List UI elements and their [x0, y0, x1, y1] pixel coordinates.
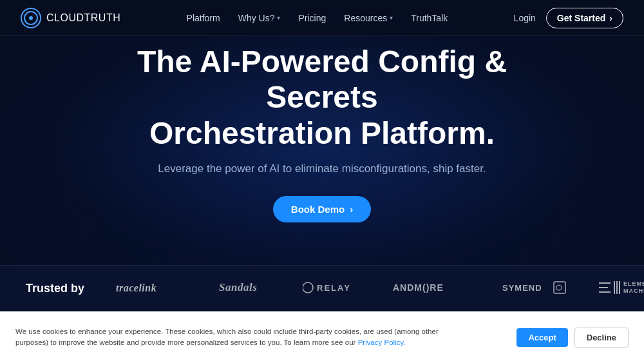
symend-logo: SYMEND ⬡	[502, 280, 573, 297]
cookie-banner: We use cookies to enhance your experienc…	[0, 311, 644, 363]
svg-text:RELAY: RELAY	[317, 283, 351, 293]
andmore-logo: ANDM()RE	[393, 280, 477, 297]
hero-subtitle: Leverage the power of AI to eliminate mi…	[158, 162, 486, 175]
svg-text:SYMEND: SYMEND	[502, 283, 542, 293]
arrow-right-icon: ›	[609, 13, 612, 23]
login-button[interactable]: Login	[514, 13, 536, 23]
nav-pricing[interactable]: Pricing	[298, 13, 326, 23]
logo-icon	[21, 8, 41, 28]
trusted-by-label: Trusted by	[26, 282, 116, 295]
nav-actions: Login Get Started ›	[514, 8, 623, 28]
chevron-down-icon: ▾	[277, 14, 280, 21]
logo-text: CLOUDTRUTH	[46, 12, 120, 24]
book-demo-button[interactable]: Book Demo ›	[273, 196, 371, 222]
svg-text:⬡: ⬡	[556, 284, 563, 291]
logo[interactable]: CLOUDTRUTH	[21, 8, 120, 28]
accept-cookies-button[interactable]: Accept	[516, 328, 567, 347]
relay-logo: RELAY	[303, 280, 367, 297]
nav-resources[interactable]: Resources ▾	[344, 13, 393, 23]
trusted-by-band: Trusted by tracelink Sandals RELAY ANDM(…	[0, 265, 644, 311]
sandals-logo: Sandals	[219, 279, 277, 298]
nav-truthtalk[interactable]: TruthTalk	[411, 13, 448, 23]
chevron-down-icon: ▾	[390, 14, 393, 21]
get-started-button[interactable]: Get Started ›	[546, 8, 623, 28]
decline-cookies-button[interactable]: Decline	[574, 328, 629, 348]
element-machine-logo: ELEME MACHINE	[599, 279, 644, 298]
cookie-text: We use cookies to enhance your experienc…	[15, 326, 440, 349]
svg-text:tracelink: tracelink	[116, 282, 156, 293]
privacy-policy-link[interactable]: Privacy Policy.	[358, 338, 406, 346]
svg-text:ANDM()RE: ANDM()RE	[393, 282, 444, 293]
navbar: CLOUDTRUTH Platform Why Us? ▾ Pricing Re…	[0, 0, 644, 36]
nav-why-us[interactable]: Why Us? ▾	[238, 13, 281, 23]
arrow-right-icon: ›	[350, 204, 353, 215]
svg-text:Sandals: Sandals	[219, 281, 257, 293]
tracelink-logo: tracelink	[116, 280, 193, 297]
svg-point-2	[303, 282, 313, 293]
svg-text:MACHINE: MACHINE	[623, 288, 644, 294]
trusted-logos: tracelink Sandals RELAY ANDM()RE SYMEND …	[116, 279, 644, 298]
nav-links: Platform Why Us? ▾ Pricing Resources ▾ T…	[187, 13, 448, 23]
nav-platform[interactable]: Platform	[187, 13, 220, 23]
svg-text:ELEME: ELEME	[623, 280, 644, 287]
hero-title: The AI-Powered Config & Secrets Orchestr…	[97, 44, 547, 151]
cookie-actions: Accept Decline	[516, 328, 629, 348]
